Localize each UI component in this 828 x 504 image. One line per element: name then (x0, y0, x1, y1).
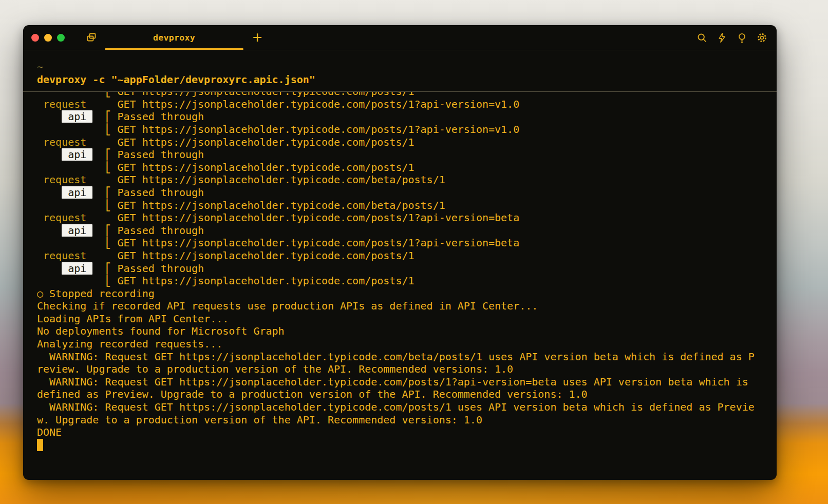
terminal-line: ⎣ GET https://jsonplaceholder.typicode.c… (37, 123, 777, 136)
terminal-line: WARNING: Request GET https://jsonplaceho… (37, 401, 777, 414)
lightning-icon[interactable] (716, 32, 727, 43)
close-button[interactable] (31, 34, 39, 42)
terminal-window: devproxy + (23, 25, 777, 480)
title-bar[interactable]: devproxy + (23, 25, 777, 50)
terminal-line: Checking if recorded API requests use pr… (37, 300, 777, 313)
window-controls (23, 34, 65, 42)
terminal-line: request GET https://jsonplaceholder.typi… (37, 211, 777, 224)
api-badge: api (62, 224, 92, 237)
terminal-line: ⎣ GET https://jsonplaceholder.typicode.c… (37, 161, 777, 174)
tab-devproxy[interactable]: devproxy (105, 25, 243, 50)
terminal-line (37, 439, 777, 452)
terminal-line: ⎣ GET https://jsonplaceholder.typicode.c… (37, 199, 777, 212)
command-block: ~ devproxy -c "~appFolder/devproxyrc.api… (23, 50, 777, 92)
terminal-line: request GET https://jsonplaceholder.typi… (37, 136, 777, 149)
terminal-line: Analyzing recorded requests... (37, 338, 777, 351)
command-line[interactable]: devproxy -c "~appFolder/devproxyrc.apic.… (37, 73, 777, 86)
terminal-line: Loading APIs from API Center... (37, 313, 777, 325)
tab-title: devproxy (153, 33, 195, 43)
terminal-output[interactable]: ⎣ GET https://jsonplaceholder.typicode.c… (23, 92, 777, 451)
terminal-line: DONE (37, 426, 777, 439)
terminal-line: ⎣ GET https://jsonplaceholder.typicode.c… (37, 275, 777, 287)
terminal-line: No deployments found for Microsoft Graph (37, 325, 777, 338)
zoom-button[interactable] (57, 34, 65, 42)
api-badge: api (62, 186, 92, 199)
terminal-cursor (37, 439, 43, 451)
terminal-line: request GET https://jsonplaceholder.typi… (37, 173, 777, 186)
pages-icon[interactable] (85, 31, 98, 44)
terminal-line: api ⎡ Passed through (37, 148, 777, 161)
terminal-line: ⎣ GET https://jsonplaceholder.typicode.c… (37, 237, 777, 249)
prompt-cwd: ~ (37, 61, 777, 73)
terminal-line: w. Upgrade to a production version of th… (37, 414, 777, 427)
terminal-line: api ⎡ Passed through (37, 224, 777, 237)
lightbulb-icon[interactable] (736, 32, 747, 43)
terminal-line: WARNING: Request GET https://jsonplaceho… (37, 376, 777, 389)
terminal-line: api ⎡ Passed through (37, 110, 777, 123)
terminal-line: api ⎡ Passed through (37, 262, 777, 275)
terminal-line: ○ Stopped recording (37, 287, 777, 300)
api-badge: api (62, 110, 92, 123)
terminal-line: api ⎡ Passed through (37, 186, 777, 199)
api-badge: api (62, 148, 92, 161)
minimize-button[interactable] (44, 34, 52, 42)
terminal-line: request GET https://jsonplaceholder.typi… (37, 98, 777, 111)
new-tab-button[interactable]: + (249, 26, 266, 49)
search-icon[interactable] (696, 32, 707, 43)
terminal-line: ⎣ GET https://jsonplaceholder.typicode.c… (37, 92, 777, 98)
api-badge: api (62, 262, 92, 275)
active-tab-underline (105, 48, 243, 50)
terminal-line: defined as Preview. Upgrade to a product… (37, 388, 777, 401)
terminal-line: WARNING: Request GET https://jsonplaceho… (37, 351, 777, 363)
terminal-line: review. Upgrade to a production version … (37, 363, 777, 376)
terminal-line: request GET https://jsonplaceholder.typi… (37, 249, 777, 262)
gear-icon[interactable] (756, 32, 767, 43)
titlebar-actions (696, 32, 777, 43)
